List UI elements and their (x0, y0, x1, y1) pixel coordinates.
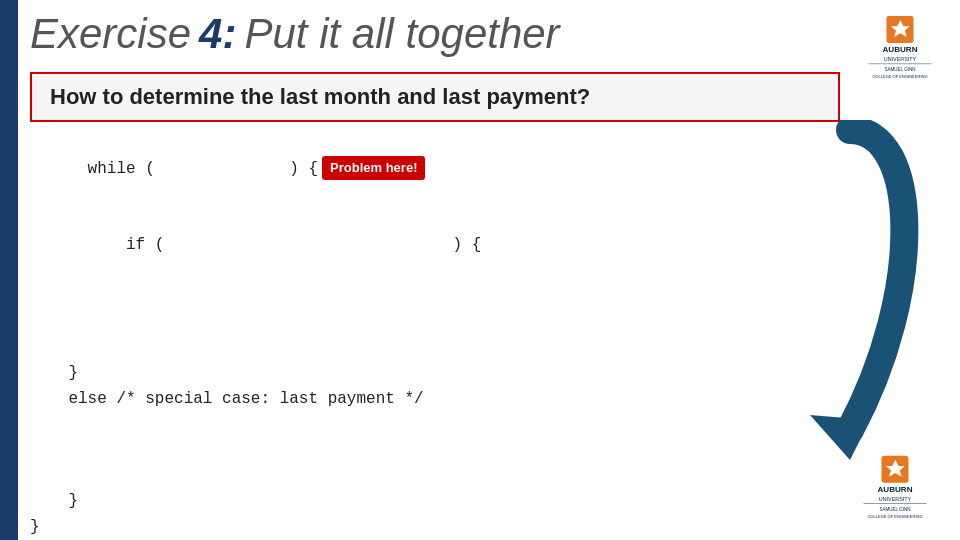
title-exercise: Exercise (30, 10, 191, 58)
svg-text:COLLEGE OF ENGINEERING: COLLEGE OF ENGINEERING (867, 514, 922, 519)
code-line-6: } (30, 361, 920, 387)
svg-text:SAMUEL GINN: SAMUEL GINN (885, 66, 916, 71)
svg-text:COLLEGE OF ENGINEERING: COLLEGE OF ENGINEERING (872, 74, 927, 79)
auburn-logo-bottom-right: AUBURN UNIVERSITY SAMUEL GINN COLLEGE OF… (845, 450, 945, 525)
slide: Exercise 4: Put it all together AUBURN U… (0, 0, 960, 540)
problem-badge: Problem here! (322, 156, 425, 181)
code-line-12: } (30, 515, 920, 540)
title-area: Exercise 4: Put it all together (30, 10, 560, 58)
code-line-7: else /* special case: last payment */ (30, 387, 920, 413)
auburn-logo-top-right: AUBURN UNIVERSITY SAMUEL GINN COLLEGE OF… (850, 10, 950, 85)
left-accent-bar (0, 0, 18, 540)
code-line-8 (30, 412, 920, 438)
question-text: How to determine the last month and last… (50, 84, 590, 109)
svg-text:AUBURN: AUBURN (877, 485, 912, 494)
svg-text:AUBURN: AUBURN (882, 45, 917, 54)
code-line-3 (30, 284, 920, 310)
title-number: 4: (199, 10, 236, 58)
code-line-9 (30, 438, 920, 464)
code-line-4 (30, 310, 920, 336)
code-area: while ( ) {Problem here! if ( ) { } else… (30, 130, 920, 540)
code-line-10 (30, 463, 920, 489)
svg-text:SAMUEL GINN: SAMUEL GINN (880, 506, 911, 511)
code-line-1: while ( ) {Problem here! (30, 130, 920, 207)
code-line-5 (30, 335, 920, 361)
svg-text:UNIVERSITY: UNIVERSITY (884, 56, 917, 62)
title-rest: Put it all together (244, 10, 559, 58)
svg-text:UNIVERSITY: UNIVERSITY (879, 496, 912, 502)
code-line-11: } (30, 489, 920, 515)
question-box: How to determine the last month and last… (30, 72, 840, 122)
code-line-2: if ( ) { (30, 207, 920, 284)
